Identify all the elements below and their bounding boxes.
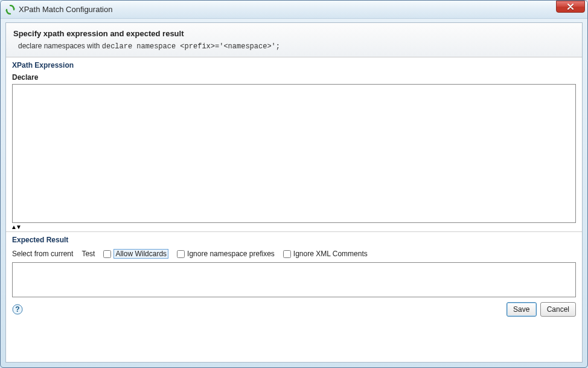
xpath-section-label: XPath Expression: [6, 57, 582, 72]
help-button[interactable]: ?: [12, 304, 23, 315]
ignore-comments-input[interactable]: [283, 250, 291, 258]
allow-wildcards-input[interactable]: [103, 250, 111, 258]
resize-handle[interactable]: ▲▼: [6, 223, 582, 231]
save-button[interactable]: Save: [507, 302, 537, 317]
dialog-body: Specify xpath expression and expected re…: [5, 22, 583, 363]
ignore-namespace-label: Ignore namespace prefixes: [187, 250, 275, 258]
window-title: XPath Match Configuration: [19, 5, 556, 14]
footer: ? Save Cancel: [6, 297, 582, 321]
declare-label: Declare: [6, 72, 582, 84]
header-hint: declare namespaces with declare namespac…: [13, 42, 575, 51]
dialog-window: XPath Match Configuration Specify xpath …: [0, 0, 588, 368]
expected-result-label: Expected Result: [6, 232, 582, 247]
header-area: Specify xpath expression and expected re…: [6, 23, 582, 57]
ignore-namespace-checkbox[interactable]: Ignore namespace prefixes: [177, 250, 275, 258]
xpath-expression-input[interactable]: [12, 84, 576, 223]
header-title: Specify xpath expression and expected re…: [13, 29, 575, 38]
select-from-current-link[interactable]: Select from current: [12, 250, 73, 258]
hint-code: declare namespace <prefix>='<namespace>'…: [102, 42, 280, 51]
svg-text:?: ?: [15, 305, 19, 314]
test-link[interactable]: Test: [81, 250, 95, 258]
titlebar: XPath Match Configuration: [1, 1, 587, 19]
ignore-comments-label: Ignore XML Comments: [293, 250, 368, 258]
app-icon: [5, 5, 15, 15]
ignore-namespace-input[interactable]: [177, 250, 185, 258]
options-row: Select from current Test Allow Wildcards…: [6, 247, 582, 262]
help-icon: ?: [12, 304, 23, 315]
ignore-comments-checkbox[interactable]: Ignore XML Comments: [283, 250, 368, 258]
close-button[interactable]: [556, 1, 585, 13]
close-icon: [567, 4, 574, 10]
cancel-button[interactable]: Cancel: [540, 302, 576, 317]
expected-result-input[interactable]: [12, 262, 576, 297]
allow-wildcards-checkbox[interactable]: Allow Wildcards: [103, 249, 168, 259]
allow-wildcards-label: Allow Wildcards: [113, 249, 168, 259]
hint-prefix: declare namespaces with: [18, 42, 102, 50]
